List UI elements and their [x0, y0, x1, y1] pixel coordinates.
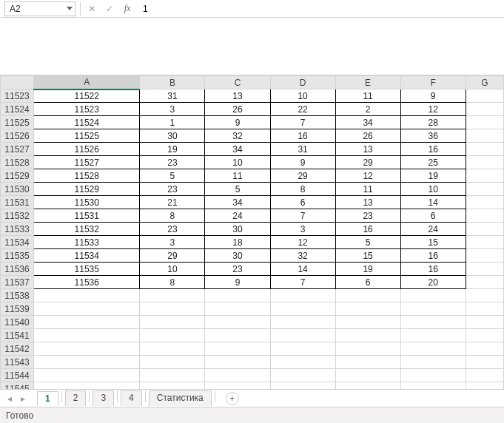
- cell[interactable]: 11: [205, 169, 270, 183]
- cell[interactable]: [34, 356, 140, 369]
- row-header[interactable]: 11538: [1, 289, 34, 302]
- cell[interactable]: 32: [205, 129, 270, 143]
- cell[interactable]: [466, 156, 503, 169]
- cell[interactable]: [140, 316, 205, 329]
- cell[interactable]: 11529: [34, 183, 140, 196]
- cell[interactable]: 26: [205, 103, 270, 116]
- cell[interactable]: 12: [400, 103, 466, 116]
- cell[interactable]: [466, 382, 503, 390]
- cell[interactable]: 11: [335, 183, 400, 196]
- cell[interactable]: [400, 316, 466, 329]
- cell[interactable]: [270, 382, 335, 390]
- cell[interactable]: [270, 302, 335, 316]
- column-header-B[interactable]: B: [140, 76, 205, 89]
- column-header-D[interactable]: D: [270, 76, 335, 89]
- cell[interactable]: [335, 329, 400, 342]
- cell[interactable]: [335, 342, 400, 356]
- cell[interactable]: 21: [140, 196, 205, 209]
- column-header-C[interactable]: C: [205, 76, 270, 89]
- cell[interactable]: 10: [140, 263, 205, 276]
- row-header[interactable]: 11543: [1, 356, 34, 369]
- cell[interactable]: [205, 302, 270, 316]
- cell[interactable]: 11525: [34, 129, 140, 143]
- cell[interactable]: 13: [335, 143, 400, 156]
- cell[interactable]: 19: [400, 169, 466, 183]
- cell[interactable]: 30: [140, 129, 205, 143]
- cell[interactable]: 11531: [34, 209, 140, 223]
- sheet-tab[interactable]: 3: [93, 390, 114, 406]
- cell[interactable]: [335, 356, 400, 369]
- worksheet-grid[interactable]: ABCDEFG 11523115223113101191152411523326…: [0, 75, 504, 389]
- cell[interactable]: 31: [140, 89, 205, 103]
- cell[interactable]: [466, 289, 503, 302]
- cell[interactable]: 23: [140, 183, 205, 196]
- cell[interactable]: 12: [270, 236, 335, 249]
- row-header[interactable]: 11527: [1, 143, 34, 156]
- cell[interactable]: [466, 183, 503, 196]
- cell[interactable]: 32: [270, 249, 335, 263]
- cell[interactable]: 11523: [34, 103, 140, 116]
- cell[interactable]: 11522: [34, 89, 140, 103]
- cell[interactable]: [34, 329, 140, 342]
- cell[interactable]: [270, 356, 335, 369]
- cell[interactable]: 16: [270, 129, 335, 143]
- chevron-down-icon[interactable]: [67, 7, 73, 10]
- cell[interactable]: 10: [400, 183, 466, 196]
- row-header[interactable]: 11534: [1, 236, 34, 249]
- sheet-tab[interactable]: 2: [65, 390, 87, 406]
- cell[interactable]: [270, 316, 335, 329]
- row-header[interactable]: 11528: [1, 156, 34, 169]
- cell[interactable]: 5: [205, 183, 270, 196]
- cell[interactable]: 22: [270, 103, 335, 116]
- sheet-tab[interactable]: 1: [37, 391, 58, 407]
- cell[interactable]: 29: [140, 249, 205, 263]
- cell[interactable]: 24: [400, 223, 466, 236]
- cell[interactable]: 11: [335, 89, 400, 103]
- row-header[interactable]: 11525: [1, 116, 34, 129]
- cell[interactable]: [140, 382, 205, 390]
- cell[interactable]: 13: [335, 196, 400, 209]
- cell[interactable]: [466, 129, 503, 143]
- cell[interactable]: [34, 316, 140, 329]
- cell[interactable]: 14: [270, 263, 335, 276]
- row-header[interactable]: 11530: [1, 183, 34, 196]
- cell[interactable]: 8: [140, 209, 205, 223]
- cell[interactable]: [466, 196, 503, 209]
- add-sheet-button[interactable]: +: [226, 392, 239, 405]
- cell[interactable]: [34, 302, 140, 316]
- tab-nav-left-icon[interactable]: ◂: [4, 393, 15, 404]
- cell[interactable]: [34, 382, 140, 390]
- cell[interactable]: 9: [205, 116, 270, 129]
- cell[interactable]: 5: [335, 236, 400, 249]
- cell[interactable]: 15: [400, 236, 466, 249]
- row-header[interactable]: 11529: [1, 169, 34, 183]
- cell[interactable]: [466, 169, 503, 183]
- cell[interactable]: 34: [205, 196, 270, 209]
- cell[interactable]: 23: [205, 263, 270, 276]
- cell[interactable]: 14: [400, 196, 466, 209]
- column-header-G[interactable]: G: [466, 76, 503, 89]
- cell[interactable]: 16: [335, 223, 400, 236]
- cell[interactable]: 1: [140, 116, 205, 129]
- cell[interactable]: [335, 316, 400, 329]
- cell[interactable]: [466, 223, 503, 236]
- cell[interactable]: 7: [270, 276, 335, 289]
- cell[interactable]: 31: [270, 143, 335, 156]
- cell[interactable]: [140, 356, 205, 369]
- cell[interactable]: 36: [400, 129, 466, 143]
- cell[interactable]: [400, 289, 466, 302]
- cell[interactable]: 23: [335, 209, 400, 223]
- cell[interactable]: 9: [205, 276, 270, 289]
- cell[interactable]: 11533: [34, 236, 140, 249]
- cell[interactable]: 15: [335, 249, 400, 263]
- cell[interactable]: 8: [140, 276, 205, 289]
- cell[interactable]: 18: [205, 236, 270, 249]
- cell[interactable]: [205, 369, 270, 382]
- cell[interactable]: 29: [270, 169, 335, 183]
- cell[interactable]: 11524: [34, 116, 140, 129]
- cell[interactable]: 11530: [34, 196, 140, 209]
- cell[interactable]: [205, 342, 270, 356]
- tab-nav-right-icon[interactable]: ▸: [18, 393, 28, 404]
- row-header[interactable]: 11535: [1, 249, 34, 263]
- row-header[interactable]: 11542: [1, 342, 34, 356]
